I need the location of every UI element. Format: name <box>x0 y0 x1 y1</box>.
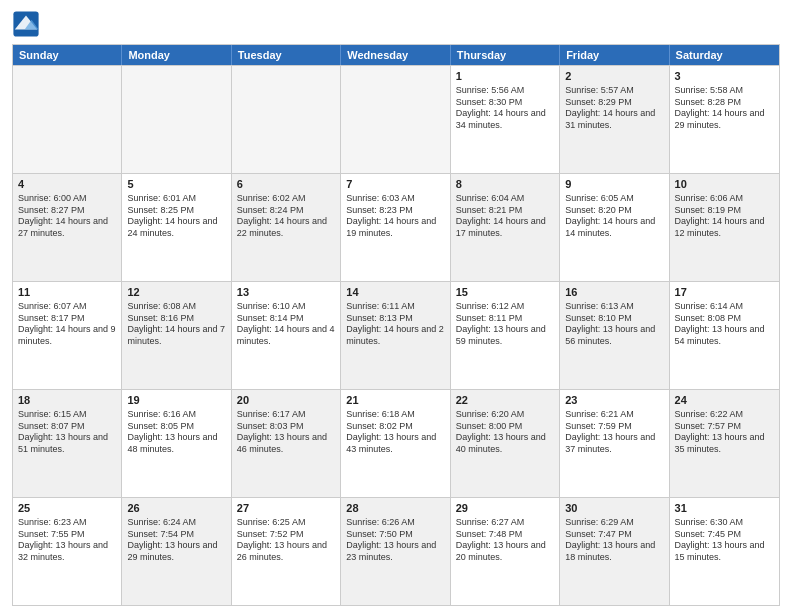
day-number: 18 <box>18 393 116 408</box>
cell-info: Sunrise: 6:11 AMSunset: 8:13 PMDaylight:… <box>346 301 444 348</box>
day-number: 13 <box>237 285 335 300</box>
day-number: 17 <box>675 285 774 300</box>
day-number: 2 <box>565 69 663 84</box>
calendar-cell-23: 23Sunrise: 6:21 AMSunset: 7:59 PMDayligh… <box>560 390 669 497</box>
day-number: 29 <box>456 501 554 516</box>
cell-info: Sunrise: 6:06 AMSunset: 8:19 PMDaylight:… <box>675 193 774 240</box>
calendar-cell-12: 12Sunrise: 6:08 AMSunset: 8:16 PMDayligh… <box>122 282 231 389</box>
calendar-cell-4: 4Sunrise: 6:00 AMSunset: 8:27 PMDaylight… <box>13 174 122 281</box>
cell-info: Sunrise: 6:12 AMSunset: 8:11 PMDaylight:… <box>456 301 554 348</box>
cell-info: Sunrise: 6:21 AMSunset: 7:59 PMDaylight:… <box>565 409 663 456</box>
calendar-row-2: 11Sunrise: 6:07 AMSunset: 8:17 PMDayligh… <box>13 281 779 389</box>
cell-info: Sunrise: 6:25 AMSunset: 7:52 PMDaylight:… <box>237 517 335 564</box>
day-number: 4 <box>18 177 116 192</box>
calendar-cell-7: 7Sunrise: 6:03 AMSunset: 8:23 PMDaylight… <box>341 174 450 281</box>
calendar-cell-empty-0-2 <box>232 66 341 173</box>
calendar-cell-17: 17Sunrise: 6:14 AMSunset: 8:08 PMDayligh… <box>670 282 779 389</box>
cell-info: Sunrise: 6:22 AMSunset: 7:57 PMDaylight:… <box>675 409 774 456</box>
page: SundayMondayTuesdayWednesdayThursdayFrid… <box>0 0 792 612</box>
header-day-monday: Monday <box>122 45 231 65</box>
header-day-tuesday: Tuesday <box>232 45 341 65</box>
cell-info: Sunrise: 6:05 AMSunset: 8:20 PMDaylight:… <box>565 193 663 240</box>
cell-info: Sunrise: 6:02 AMSunset: 8:24 PMDaylight:… <box>237 193 335 240</box>
day-number: 1 <box>456 69 554 84</box>
day-number: 20 <box>237 393 335 408</box>
calendar-cell-25: 25Sunrise: 6:23 AMSunset: 7:55 PMDayligh… <box>13 498 122 605</box>
calendar-cell-19: 19Sunrise: 6:16 AMSunset: 8:05 PMDayligh… <box>122 390 231 497</box>
day-number: 8 <box>456 177 554 192</box>
cell-info: Sunrise: 6:30 AMSunset: 7:45 PMDaylight:… <box>675 517 774 564</box>
cell-info: Sunrise: 6:16 AMSunset: 8:05 PMDaylight:… <box>127 409 225 456</box>
calendar-cell-21: 21Sunrise: 6:18 AMSunset: 8:02 PMDayligh… <box>341 390 450 497</box>
cell-info: Sunrise: 6:13 AMSunset: 8:10 PMDaylight:… <box>565 301 663 348</box>
day-number: 26 <box>127 501 225 516</box>
day-number: 31 <box>675 501 774 516</box>
day-number: 7 <box>346 177 444 192</box>
calendar-cell-30: 30Sunrise: 6:29 AMSunset: 7:47 PMDayligh… <box>560 498 669 605</box>
calendar-row-1: 4Sunrise: 6:00 AMSunset: 8:27 PMDaylight… <box>13 173 779 281</box>
cell-info: Sunrise: 6:14 AMSunset: 8:08 PMDaylight:… <box>675 301 774 348</box>
header-day-friday: Friday <box>560 45 669 65</box>
cell-info: Sunrise: 6:18 AMSunset: 8:02 PMDaylight:… <box>346 409 444 456</box>
calendar-body: 1Sunrise: 5:56 AMSunset: 8:30 PMDaylight… <box>13 65 779 605</box>
calendar-cell-10: 10Sunrise: 6:06 AMSunset: 8:19 PMDayligh… <box>670 174 779 281</box>
calendar-cell-20: 20Sunrise: 6:17 AMSunset: 8:03 PMDayligh… <box>232 390 341 497</box>
day-number: 5 <box>127 177 225 192</box>
calendar-cell-31: 31Sunrise: 6:30 AMSunset: 7:45 PMDayligh… <box>670 498 779 605</box>
day-number: 15 <box>456 285 554 300</box>
calendar-cell-9: 9Sunrise: 6:05 AMSunset: 8:20 PMDaylight… <box>560 174 669 281</box>
header-day-thursday: Thursday <box>451 45 560 65</box>
calendar-cell-18: 18Sunrise: 6:15 AMSunset: 8:07 PMDayligh… <box>13 390 122 497</box>
calendar-cell-22: 22Sunrise: 6:20 AMSunset: 8:00 PMDayligh… <box>451 390 560 497</box>
calendar-cell-14: 14Sunrise: 6:11 AMSunset: 8:13 PMDayligh… <box>341 282 450 389</box>
calendar-cell-13: 13Sunrise: 6:10 AMSunset: 8:14 PMDayligh… <box>232 282 341 389</box>
calendar-cell-1: 1Sunrise: 5:56 AMSunset: 8:30 PMDaylight… <box>451 66 560 173</box>
day-number: 19 <box>127 393 225 408</box>
day-number: 11 <box>18 285 116 300</box>
day-number: 16 <box>565 285 663 300</box>
cell-info: Sunrise: 5:58 AMSunset: 8:28 PMDaylight:… <box>675 85 774 132</box>
cell-info: Sunrise: 6:24 AMSunset: 7:54 PMDaylight:… <box>127 517 225 564</box>
day-number: 6 <box>237 177 335 192</box>
calendar-cell-27: 27Sunrise: 6:25 AMSunset: 7:52 PMDayligh… <box>232 498 341 605</box>
day-number: 3 <box>675 69 774 84</box>
header-day-sunday: Sunday <box>13 45 122 65</box>
cell-info: Sunrise: 6:08 AMSunset: 8:16 PMDaylight:… <box>127 301 225 348</box>
logo <box>12 10 44 38</box>
cell-info: Sunrise: 6:26 AMSunset: 7:50 PMDaylight:… <box>346 517 444 564</box>
cell-info: Sunrise: 5:56 AMSunset: 8:30 PMDaylight:… <box>456 85 554 132</box>
calendar-cell-empty-0-0 <box>13 66 122 173</box>
day-number: 14 <box>346 285 444 300</box>
header-day-saturday: Saturday <box>670 45 779 65</box>
day-number: 9 <box>565 177 663 192</box>
day-number: 12 <box>127 285 225 300</box>
calendar-cell-24: 24Sunrise: 6:22 AMSunset: 7:57 PMDayligh… <box>670 390 779 497</box>
cell-info: Sunrise: 6:03 AMSunset: 8:23 PMDaylight:… <box>346 193 444 240</box>
day-number: 30 <box>565 501 663 516</box>
day-number: 24 <box>675 393 774 408</box>
cell-info: Sunrise: 6:23 AMSunset: 7:55 PMDaylight:… <box>18 517 116 564</box>
day-number: 10 <box>675 177 774 192</box>
day-number: 21 <box>346 393 444 408</box>
calendar-cell-28: 28Sunrise: 6:26 AMSunset: 7:50 PMDayligh… <box>341 498 450 605</box>
cell-info: Sunrise: 5:57 AMSunset: 8:29 PMDaylight:… <box>565 85 663 132</box>
calendar-row-3: 18Sunrise: 6:15 AMSunset: 8:07 PMDayligh… <box>13 389 779 497</box>
day-number: 22 <box>456 393 554 408</box>
day-number: 27 <box>237 501 335 516</box>
day-number: 23 <box>565 393 663 408</box>
calendar-cell-empty-0-1 <box>122 66 231 173</box>
calendar-cell-empty-0-3 <box>341 66 450 173</box>
cell-info: Sunrise: 6:27 AMSunset: 7:48 PMDaylight:… <box>456 517 554 564</box>
calendar: SundayMondayTuesdayWednesdayThursdayFrid… <box>12 44 780 606</box>
calendar-cell-15: 15Sunrise: 6:12 AMSunset: 8:11 PMDayligh… <box>451 282 560 389</box>
calendar-cell-11: 11Sunrise: 6:07 AMSunset: 8:17 PMDayligh… <box>13 282 122 389</box>
calendar-cell-29: 29Sunrise: 6:27 AMSunset: 7:48 PMDayligh… <box>451 498 560 605</box>
cell-info: Sunrise: 6:00 AMSunset: 8:27 PMDaylight:… <box>18 193 116 240</box>
calendar-row-4: 25Sunrise: 6:23 AMSunset: 7:55 PMDayligh… <box>13 497 779 605</box>
day-number: 28 <box>346 501 444 516</box>
calendar-cell-16: 16Sunrise: 6:13 AMSunset: 8:10 PMDayligh… <box>560 282 669 389</box>
calendar-cell-6: 6Sunrise: 6:02 AMSunset: 8:24 PMDaylight… <box>232 174 341 281</box>
calendar-cell-5: 5Sunrise: 6:01 AMSunset: 8:25 PMDaylight… <box>122 174 231 281</box>
cell-info: Sunrise: 6:15 AMSunset: 8:07 PMDaylight:… <box>18 409 116 456</box>
calendar-cell-26: 26Sunrise: 6:24 AMSunset: 7:54 PMDayligh… <box>122 498 231 605</box>
